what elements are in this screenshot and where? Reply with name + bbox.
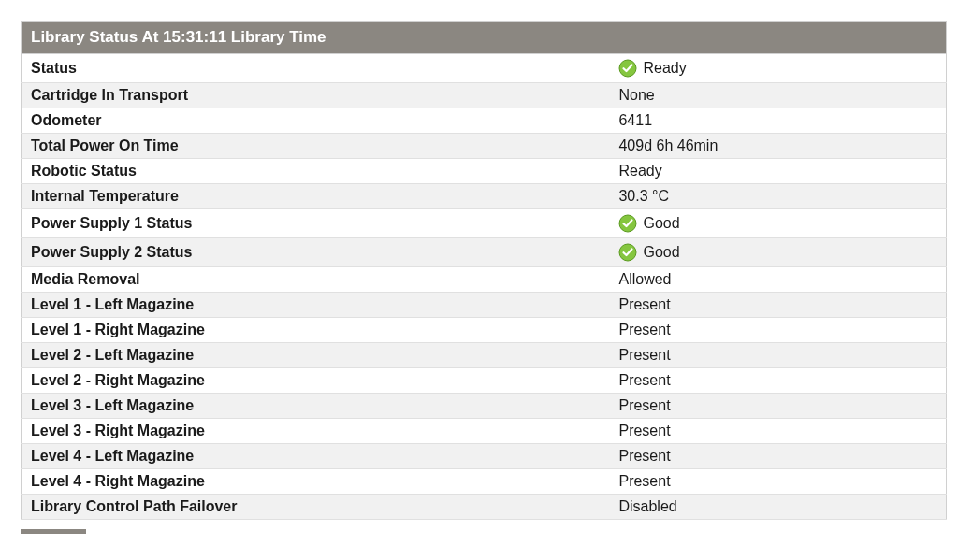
status-row: Cartridge In TransportNone xyxy=(22,83,947,108)
status-label: Cartridge In Transport xyxy=(22,83,614,108)
status-label: Level 1 - Left Magazine xyxy=(22,293,614,318)
status-label: Level 1 - Right Magazine xyxy=(22,318,614,343)
status-value-cell: Good xyxy=(613,238,946,267)
check-icon xyxy=(618,243,637,262)
status-value-cell: Good xyxy=(613,209,946,238)
status-row: Level 4 - Left MagazinePresent xyxy=(22,444,947,469)
status-value: Present xyxy=(618,372,670,389)
status-row: Power Supply 1 StatusGood xyxy=(22,209,947,238)
status-row: Total Power On Time409d 6h 46min xyxy=(22,134,947,159)
status-value: Present xyxy=(618,448,670,465)
status-label: Power Supply 2 Status xyxy=(22,238,614,267)
status-value: Allowed xyxy=(618,271,671,288)
status-value: Present xyxy=(618,296,670,313)
status-row: Level 3 - Left MagazinePresent xyxy=(22,394,947,419)
status-value: Present xyxy=(618,347,670,364)
status-value: Good xyxy=(643,244,679,261)
status-row: Odometer6411 xyxy=(22,108,947,134)
bottom-accent-bar xyxy=(21,529,86,534)
status-row: Level 1 - Right MagazinePresent xyxy=(22,318,947,343)
status-value-cell: Disabled xyxy=(613,495,946,520)
status-row: Media RemovalAllowed xyxy=(22,267,947,293)
status-value: 409d 6h 46min xyxy=(618,137,718,154)
status-value: Ready xyxy=(618,163,661,179)
status-value-cell: Present xyxy=(613,318,946,343)
status-label: Level 2 - Right Magazine xyxy=(22,368,614,394)
status-label: Level 2 - Left Magazine xyxy=(22,343,614,368)
status-label: Level 4 - Right Magazine xyxy=(22,469,614,495)
status-label: Level 3 - Left Magazine xyxy=(22,394,614,419)
status-row: Internal Temperature30.3 °C xyxy=(22,184,947,209)
status-label: Media Removal xyxy=(22,267,614,293)
status-value: Ready xyxy=(643,60,686,77)
status-row: Level 3 - Right MagazinePresent xyxy=(22,419,947,444)
status-label: Internal Temperature xyxy=(22,184,614,209)
table-header: Library Status At 15:31:11 Library Time xyxy=(22,22,947,54)
status-label: Total Power On Time xyxy=(22,134,614,159)
status-value-cell: Ready xyxy=(613,54,946,83)
check-icon xyxy=(618,59,637,78)
status-value: Present xyxy=(618,322,670,338)
status-row: Level 4 - Right MagazinePresent xyxy=(22,469,947,495)
check-icon xyxy=(618,214,637,233)
status-value-cell: Ready xyxy=(613,159,946,184)
status-value: Present xyxy=(618,397,670,414)
status-value-cell: 6411 xyxy=(613,108,946,134)
status-label: Power Supply 1 Status xyxy=(22,209,614,238)
status-value-cell: Present xyxy=(613,368,946,394)
status-value: None xyxy=(618,87,654,104)
status-row: Library Control Path FailoverDisabled xyxy=(22,495,947,520)
status-row: Level 2 - Left MagazinePresent xyxy=(22,343,947,368)
status-value-cell: Present xyxy=(613,419,946,444)
status-value: 30.3 °C xyxy=(618,188,669,205)
status-row: Level 2 - Right MagazinePresent xyxy=(22,368,947,394)
status-row: Level 1 - Left MagazinePresent xyxy=(22,293,947,318)
status-value-cell: Present xyxy=(613,394,946,419)
status-label: Robotic Status xyxy=(22,159,614,184)
status-label: Library Control Path Failover xyxy=(22,495,614,520)
status-value: Good xyxy=(643,215,679,232)
status-value: Present xyxy=(618,423,670,439)
status-value-cell: Present xyxy=(613,469,946,495)
status-value: 6411 xyxy=(618,112,652,129)
library-status-table: Library Status At 15:31:11 Library Time … xyxy=(21,21,947,520)
status-label: Level 3 - Right Magazine xyxy=(22,419,614,444)
status-label: Level 4 - Left Magazine xyxy=(22,444,614,469)
status-value-cell: Present xyxy=(613,444,946,469)
status-value-cell: None xyxy=(613,83,946,108)
status-row: Robotic StatusReady xyxy=(22,159,947,184)
status-value-cell: Allowed xyxy=(613,267,946,293)
status-label: Odometer xyxy=(22,108,614,134)
status-value-cell: Present xyxy=(613,293,946,318)
status-value: Present xyxy=(618,473,670,490)
status-value-cell: 30.3 °C xyxy=(613,184,946,209)
status-label: Status xyxy=(22,54,614,83)
status-value-cell: 409d 6h 46min xyxy=(613,134,946,159)
status-row: Power Supply 2 StatusGood xyxy=(22,238,947,267)
status-value: Disabled xyxy=(618,498,676,515)
status-value-cell: Present xyxy=(613,343,946,368)
status-row: StatusReady xyxy=(22,54,947,83)
